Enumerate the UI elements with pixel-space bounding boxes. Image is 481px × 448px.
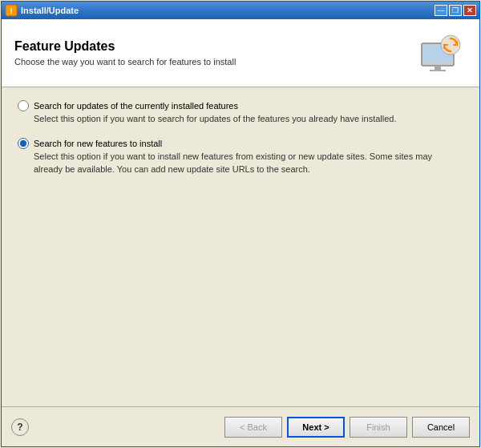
footer-left: ? — [11, 418, 224, 436]
option-1-label[interactable]: Search for updates of the currently inst… — [34, 101, 238, 111]
header-panel: Feature Updates Choose the way you want … — [2, 19, 479, 87]
footer-buttons: < Back Next > Finish Cancel — [224, 417, 470, 438]
svg-rect-5 — [430, 70, 446, 71]
header-text: Feature Updates Choose the way you want … — [14, 39, 407, 67]
back-button[interactable]: < Back — [224, 417, 282, 438]
cancel-button[interactable]: Cancel — [412, 417, 470, 438]
minimize-button[interactable]: — — [435, 5, 447, 16]
page-subtitle: Choose the way you want to search for fe… — [14, 57, 407, 67]
window-icon: i — [5, 4, 18, 17]
main-window: i Install/Update — ❐ ✕ Feature Updates C… — [1, 1, 480, 447]
close-button[interactable]: ✕ — [463, 5, 476, 16]
option-2-label-row: Search for new features to install — [18, 138, 463, 149]
option-1-label-row: Search for updates of the currently inst… — [18, 100, 463, 111]
option-1-container: Search for updates of the currently inst… — [18, 100, 463, 135]
option-2-label[interactable]: Search for new features to install — [34, 139, 162, 148]
option-2-description: Select this option if you want to instal… — [34, 151, 463, 176]
help-button[interactable]: ? — [11, 418, 29, 436]
content-area: Search for updates of the currently inst… — [2, 87, 479, 406]
window-controls: — ❐ ✕ — [435, 5, 476, 16]
finish-button[interactable]: Finish — [350, 417, 407, 438]
option-2-container: Search for new features to install Selec… — [18, 138, 463, 185]
title-bar: i Install/Update — ❐ ✕ — [2, 2, 479, 19]
window-title: Install/Update — [21, 6, 435, 15]
restore-button[interactable]: ❐ — [449, 5, 462, 16]
option-1-description: Select this option if you want to search… — [34, 113, 463, 125]
footer: ? < Back Next > Finish Cancel — [2, 406, 479, 446]
svg-text:i: i — [10, 6, 13, 15]
option-1-radio[interactable] — [18, 100, 29, 111]
page-title: Feature Updates — [14, 39, 407, 54]
options-group: Search for updates of the currently inst… — [18, 100, 463, 188]
svg-rect-4 — [435, 66, 441, 70]
next-button[interactable]: Next > — [287, 417, 345, 438]
header-icon — [415, 27, 467, 79]
option-2-radio[interactable] — [18, 138, 29, 149]
